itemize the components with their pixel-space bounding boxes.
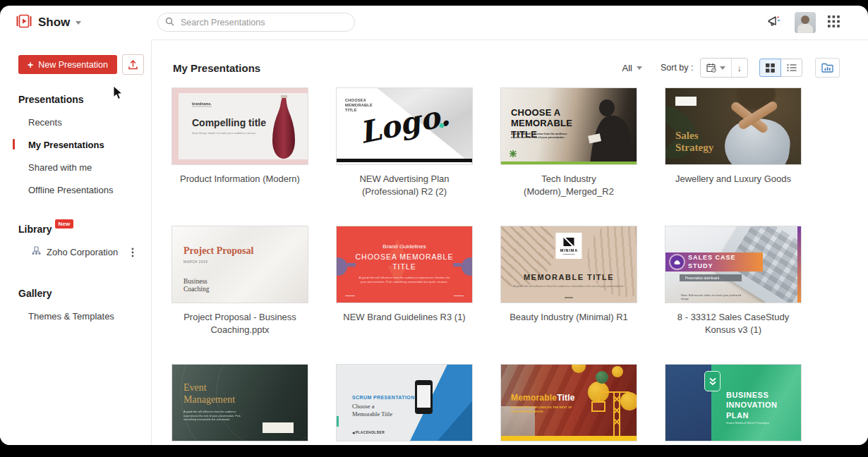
thumb-heading: BUSINESS INNOVATION PLAN [726, 390, 797, 420]
chevron-down-icon [637, 66, 642, 70]
upload-icon [128, 60, 138, 70]
calendar-clock-icon [706, 63, 716, 73]
sidebar-item-offline-presentations[interactable]: Offline Presentations [0, 178, 151, 201]
apps-grid-icon[interactable] [828, 16, 840, 30]
search-bar[interactable] [157, 13, 355, 32]
presentation-thumbnail[interactable]: brandname. Compelling title keep things … [171, 87, 308, 165]
thumb-art [501, 162, 637, 164]
chevron-down-icon[interactable] [76, 21, 81, 25]
thumb-heading: Event Management [183, 382, 247, 406]
search-icon [165, 16, 174, 29]
app-window: Show [0, 6, 868, 445]
thumb-subbanner: Presentation dashboard [680, 274, 742, 281]
announcement-icon[interactable] [767, 14, 783, 31]
sidebar-item-themes-templates[interactable]: Themes & Templates [0, 305, 151, 327]
sort-descending-icon: ↓ [737, 63, 742, 73]
presentation-card[interactable]: SCRUM PRESENTATION Choose a Memorable Ti… [336, 364, 473, 445]
presentation-thumbnail[interactable]: SALES CASE STUDY Presentation dashboard … [665, 226, 802, 303]
thumb-logo-box: MINIMA [556, 233, 582, 259]
presentation-title: Product Information (Modern) [171, 173, 308, 185]
main-content: My Presentations All Sort by : [152, 39, 868, 445]
sidebar-item-recents[interactable]: Recents [0, 111, 151, 133]
vase-art [271, 95, 296, 160]
organization-icon [31, 246, 42, 258]
thumb-heading: MemorableTitle [511, 393, 575, 403]
library-item-label: Zoho Corporation [47, 247, 118, 257]
sort-field-dropdown[interactable] [701, 59, 731, 77]
grid-view-button[interactable] [759, 59, 781, 77]
thumb-note-text: Note: Edit master slides to insert your … [681, 293, 742, 301]
list-view-button[interactable] [780, 59, 802, 77]
thumb-art [336, 257, 347, 276]
thumb-kicker: CHOOSEA MEMORABLE TITLE [345, 97, 380, 113]
presentation-thumbnail[interactable]: Project Proposal MARCH 2019 Business Coa… [171, 226, 308, 303]
thumb-subtext: A good title will influence how the audi… [358, 276, 450, 284]
thumb-art [675, 97, 697, 106]
thumb-heading: Compelling title [192, 117, 266, 128]
presentation-thumbnail[interactable]: Sales Strategy [665, 87, 802, 165]
show-logo-icon [16, 13, 32, 32]
presentation-thumbnail[interactable]: CHOOSEA MEMORABLE TITLE Logo. [336, 87, 473, 165]
presentation-title: Tech Industry (Modern)_Merged_R2 [500, 173, 637, 197]
presentation-title: Jewellery and Luxury Goods [665, 173, 802, 185]
thumb-subtext: A good title will influence how the audi… [183, 410, 251, 421]
thumb-heading: Sales Strategy [675, 130, 725, 153]
presentation-thumbnail[interactable]: Event Management A good title will influ… [171, 364, 308, 441]
presentations-section-heading: Presentations [18, 94, 151, 105]
sidebar-item-shared-with-me[interactable]: Shared with me [0, 156, 151, 178]
thumb-art [596, 371, 608, 384]
thumb-subtext: Gamo Medical Watch Prototype [726, 421, 796, 424]
presentation-card[interactable]: Brand Guidelines CHOOSEA MEMORABLE TITLE… [336, 226, 473, 364]
presentation-thumbnail[interactable]: CHOOSE A MEMORABLE TITLE A good title wi… [500, 87, 637, 165]
presentation-thumbnail[interactable]: SCRUM PRESENTATION Choose a Memorable Ti… [336, 364, 473, 441]
thumb-brand-text: brandname. [192, 102, 212, 106]
presentation-thumbnail[interactable]: BUSINESS INNOVATION PLAN Gamo Medical Wa… [665, 364, 802, 441]
presentation-card[interactable]: brandname. Compelling title keep things … [171, 87, 308, 226]
user-avatar[interactable] [795, 12, 816, 33]
thumb-heading: Choose a Memorable Title [352, 403, 403, 418]
app-logo-menu[interactable]: Show [16, 13, 81, 32]
sort-direction-button[interactable]: ↓ [731, 59, 748, 77]
chevrons-down-icon [709, 377, 717, 386]
thumb-art [462, 257, 473, 276]
presentation-thumbnail[interactable]: Brand Guidelines CHOOSEA MEMORABLE TITLE… [336, 226, 473, 303]
presentation-thumbnail[interactable]: MINIMA MEMORABLE TITLE A good title will… [500, 226, 637, 303]
filter-dropdown[interactable]: All [622, 63, 642, 73]
presentation-card[interactable]: Event Management A good title will influ… [171, 364, 308, 445]
thumb-subtext: Presentation dashboard [685, 276, 719, 280]
presentation-card[interactable]: Sales Strategy Jewellery and Luxury Good… [665, 87, 802, 226]
sort-by-label: Sort by : [661, 63, 694, 73]
thumb-art [263, 422, 294, 433]
import-presentation-button[interactable] [122, 54, 144, 75]
kebab-menu-icon[interactable] [131, 248, 134, 257]
presentation-thumbnail[interactable]: MemorableTitle A GOOD TITLE INFLUENCES T… [500, 364, 637, 441]
presentation-card[interactable]: CHOOSE A MEMORABLE TITLE A good title wi… [500, 87, 637, 226]
thumb-art [337, 416, 339, 427]
presentation-card[interactable]: CHOOSEA MEMORABLE TITLE Logo. NEW Advert… [336, 87, 473, 226]
thumb-art [563, 254, 575, 255]
presentation-title: 8 - 33312 Sales CaseStudy Konsus v3 (1) [665, 311, 802, 336]
presentation-card[interactable]: MINIMA MEMORABLE TITLE A good title will… [500, 226, 637, 364]
avatar-shoulders [797, 24, 813, 33]
analytics-button[interactable] [815, 58, 840, 78]
thumb-art [352, 431, 355, 434]
new-presentation-button[interactable]: + New Presentation [18, 55, 117, 74]
sidebar-item-my-presentations[interactable]: My Presentations [0, 133, 151, 156]
thumb-art [454, 295, 464, 296]
list-view-icon [787, 63, 797, 72]
phone-art [415, 380, 433, 414]
presentation-card[interactable]: Project Proposal MARCH 2019 Business Coa… [171, 226, 308, 364]
presentation-card[interactable]: SALES CASE STUDY Presentation dashboard … [665, 226, 802, 364]
sidebar-item-zoho-corporation[interactable]: Zoho Corporation [0, 240, 151, 264]
thumb-art [574, 226, 637, 303]
presentation-card[interactable]: BUSINESS INNOVATION PLAN Gamo Medical Wa… [665, 364, 802, 445]
thumb-heading: Project Proposal [183, 245, 253, 257]
presentation-title: NEW Advertising Plan (Professional) R2 (… [336, 173, 473, 197]
sidebar: + New Presentation Presentations Recents… [0, 39, 152, 445]
grid-view-icon [766, 63, 775, 73]
search-input[interactable] [179, 17, 347, 28]
top-bar: Show [0, 6, 868, 39]
topbar-right-icons [767, 12, 852, 33]
presentation-card[interactable]: MemorableTitle A GOOD TITLE INFLUENCES T… [500, 364, 637, 445]
crane-art [584, 386, 631, 436]
